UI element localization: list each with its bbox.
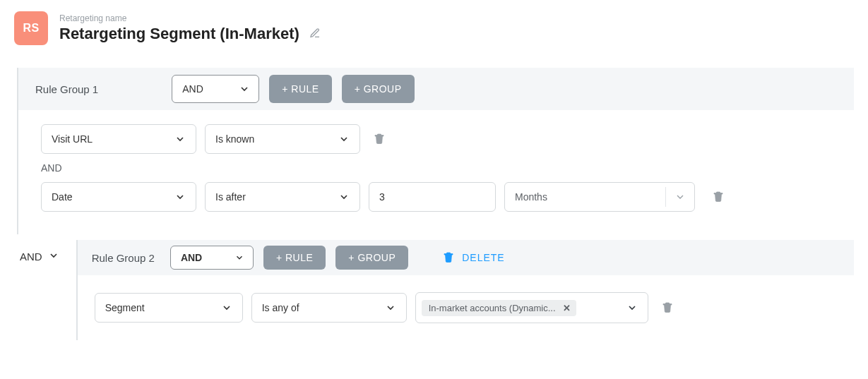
trash-icon	[373, 132, 386, 147]
avatar: RS	[14, 11, 48, 45]
tag-label: In-market accounts (Dynamic...	[429, 303, 556, 313]
rule-field-select[interactable]: Segment	[95, 293, 243, 323]
chevron-down-icon	[48, 250, 59, 263]
delete-group-button[interactable]: DELETE	[439, 251, 507, 265]
rule-condition-select[interactable]: Is known	[205, 124, 360, 154]
rule-row: Segment Is any of In-market account	[95, 292, 837, 323]
rule-unit-select[interactable]: Months	[504, 182, 695, 212]
group-body: Segment Is any of In-market account	[78, 275, 854, 340]
group-connector-select[interactable]: AND	[17, 246, 62, 267]
rule-row: Visit URL Is known	[41, 124, 837, 154]
rule-field-value: Date	[52, 191, 73, 203]
chevron-down-icon	[174, 191, 186, 203]
chevron-down-icon	[221, 302, 232, 313]
chevron-down-icon	[338, 191, 350, 203]
title-block: Retargeting name Retargeting Segment (In…	[59, 13, 323, 44]
rule-group-2: Rule Group 2 AND + RULE + GROUP DELETE	[76, 240, 854, 340]
trash-icon	[661, 301, 674, 315]
rule-field-select[interactable]: Date	[41, 182, 196, 212]
rule-field-select[interactable]: Visit URL	[41, 124, 196, 154]
group-title: Rule Group 2	[92, 252, 155, 264]
rule-unit-value: Months	[505, 191, 665, 203]
edit-title-button[interactable]	[307, 25, 323, 44]
group-header: Rule Group 1 AND + RULE + GROUP	[18, 68, 854, 110]
rule-condition-select[interactable]: Is any of	[251, 293, 407, 323]
title-label: Retargeting name	[59, 13, 323, 23]
rule-value-multiselect[interactable]: In-market accounts (Dynamic... ✕	[415, 292, 648, 323]
chevron-down-icon	[239, 83, 250, 95]
trash-icon	[442, 251, 455, 265]
rule-group-1: Rule Group 1 AND + RULE + GROUP Visit UR…	[17, 68, 854, 234]
add-rule-button[interactable]: + RULE	[263, 246, 326, 270]
group-operator-value: AND	[181, 252, 202, 263]
title-row: Retargeting Segment (In-Market)	[59, 25, 323, 44]
rule-condition-value: Is after	[215, 191, 246, 203]
page-header: RS Retargeting name Retargeting Segment …	[14, 11, 854, 45]
group-operator-value: AND	[182, 83, 203, 95]
group-header: Rule Group 2 AND + RULE + GROUP DELETE	[78, 240, 854, 275]
chevron-down-icon	[626, 302, 638, 313]
group-body: Visit URL Is known AND	[18, 110, 854, 234]
add-group-button[interactable]: + GROUP	[342, 75, 415, 103]
rule-condition-value: Is any of	[262, 302, 299, 313]
group-title: Rule Group 1	[35, 83, 98, 95]
delete-rule-button[interactable]	[657, 296, 678, 320]
delete-rule-button[interactable]	[369, 128, 390, 151]
rule-value-input[interactable]	[369, 182, 496, 212]
chevron-down-icon	[234, 253, 244, 263]
pencil-icon	[309, 28, 321, 41]
page-title: Retargeting Segment (In-Market)	[59, 25, 299, 43]
group-connector: AND Rule Group 2 AND + RULE + GROUP	[17, 240, 854, 340]
rule-condition-select[interactable]: Is after	[205, 182, 360, 212]
chevron-down-icon	[666, 191, 694, 203]
avatar-initials: RS	[23, 22, 39, 35]
delete-group-label: DELETE	[462, 252, 504, 263]
delete-rule-button[interactable]	[708, 186, 729, 209]
add-rule-button[interactable]: + RULE	[269, 75, 331, 103]
group-operator-select[interactable]: AND	[172, 75, 259, 103]
chevron-down-icon	[174, 133, 186, 145]
trash-icon	[712, 190, 725, 205]
remove-tag-button[interactable]: ✕	[563, 303, 571, 313]
rule-connector-label: AND	[41, 162, 837, 174]
rule-row: Date Is after Months	[41, 182, 837, 212]
rule-field-value: Segment	[105, 302, 145, 313]
add-group-button[interactable]: + GROUP	[335, 246, 408, 270]
rule-field-value: Visit URL	[52, 133, 93, 145]
group-connector-value: AND	[20, 251, 42, 263]
group-operator-select[interactable]: AND	[170, 246, 254, 270]
rule-groups: Rule Group 1 AND + RULE + GROUP Visit UR…	[17, 68, 854, 340]
selected-tag: In-market accounts (Dynamic... ✕	[422, 300, 576, 316]
chevron-down-icon	[338, 133, 350, 145]
rule-condition-value: Is known	[215, 133, 254, 145]
chevron-down-icon	[385, 302, 396, 313]
